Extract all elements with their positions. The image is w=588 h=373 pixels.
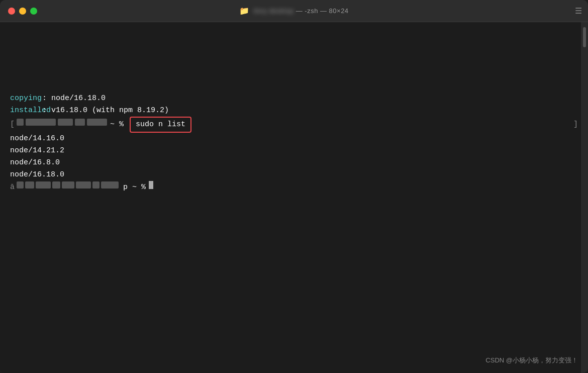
window-title-area: 📁 itory desktop — -zsh — 80×24 [239, 6, 348, 16]
blurred-1: a [17, 119, 24, 126]
installed-value: : v16.18.0 (with npm 8.19.2) [42, 105, 169, 117]
node-v1: node/14.16.0 [10, 133, 64, 145]
traffic-lights [8, 8, 37, 15]
bracket-right: ] [191, 119, 578, 131]
blurred-f1: x [17, 181, 24, 189]
node-version-1: node/14.16.0 [10, 133, 578, 145]
copying-label: copying [10, 92, 40, 105]
watermark: CSDN @小杨小杨，努力变强！ [485, 356, 578, 365]
blurred-4: x [75, 119, 85, 126]
bracket-left-2: ā [10, 181, 15, 194]
blurred-f7: x [92, 181, 100, 189]
terminal-window: 📁 itory desktop — -zsh — 80×24 ☰ copying… [0, 0, 588, 373]
prompt-tilde: ~ % [110, 119, 124, 131]
cursor [149, 181, 153, 189]
bracket-left: [ [10, 119, 15, 131]
node-version-2: node/14.21.2 [10, 145, 578, 157]
terminal-content[interactable]: copying : node/16.18.0 installed : v16.1… [0, 22, 588, 373]
node-version-4: node/16.18.0 [10, 169, 578, 181]
scrollbar-icon: ☰ [575, 6, 582, 16]
command-line: [ a x x x x ~ % sudo n list ] [10, 117, 578, 133]
title-bar: 📁 itory desktop — -zsh — 80×24 ☰ [0, 0, 588, 22]
blurred-f3: x [36, 181, 51, 189]
installed-line: installed : v16.18.0 (with npm 8.19.2) [10, 105, 578, 117]
blurred-3: x [58, 119, 73, 126]
blurred-f6: x [76, 181, 91, 189]
window-title: itory desktop — -zsh — 80×24 [253, 7, 348, 15]
blurred-f4: x [52, 181, 60, 189]
scrollbar[interactable] [581, 22, 588, 373]
copying-line: copying : node/16.18.0 [10, 92, 578, 105]
node-v3: node/16.8.0 [10, 157, 60, 169]
folder-icon: 📁 [239, 6, 249, 16]
close-button[interactable] [8, 8, 15, 15]
copying-value: : node/16.18.0 [42, 92, 106, 105]
maximize-button[interactable] [30, 8, 37, 15]
blurred-5: x [87, 119, 107, 126]
final-prompt-char: p ~ % [123, 181, 146, 194]
final-prompt-line: ā x x x x x x x x p ~ % [10, 181, 578, 194]
blurred-2: x [26, 119, 56, 126]
blurred-f5: x [62, 181, 74, 189]
command-box: sudo n list [130, 117, 191, 133]
scrollbar-thumb[interactable] [583, 27, 586, 47]
node-version-3: node/16.8.0 [10, 157, 578, 169]
node-v2: node/14.21.2 [10, 145, 64, 157]
installed-label: installed [10, 105, 40, 117]
node-v4: node/16.18.0 [10, 169, 64, 181]
blurred-f8: x [101, 181, 119, 189]
blurred-f2: x [25, 181, 34, 189]
minimize-button[interactable] [19, 8, 26, 15]
